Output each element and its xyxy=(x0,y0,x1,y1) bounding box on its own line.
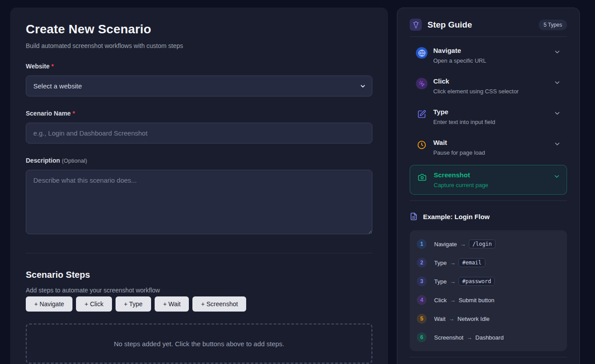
website-select[interactable]: Select a website xyxy=(26,76,372,96)
example-step-row: 4 Click→Submit button xyxy=(417,293,560,307)
example-steps-card: 1 Navigate→/login 2 Type→#email 3 Type→#… xyxy=(410,230,567,351)
step-target: Submit button xyxy=(459,297,494,304)
example-step-row: 2 Type→#email xyxy=(417,256,560,270)
guide-item-title: Type xyxy=(433,108,554,116)
step-target: Network Idle xyxy=(458,316,490,322)
required-asterisk: * xyxy=(72,110,75,117)
step-target-code: #password xyxy=(459,277,495,286)
description-textarea[interactable] xyxy=(26,170,372,234)
guide-items-list: Navigate Open a specific URL Click Click… xyxy=(410,42,567,195)
optional-tag: (Optional) xyxy=(62,157,87,164)
scenario-name-label-text: Scenario Name xyxy=(26,110,71,117)
step-buttons-row: + Navigate + Click + Type + Wait + Scree… xyxy=(26,296,372,312)
empty-steps-message: No steps added yet. Click the buttons ab… xyxy=(114,340,284,348)
example-divider xyxy=(410,200,567,201)
step-action: Type xyxy=(434,260,447,266)
step-guide-title: Step Guide xyxy=(427,20,539,30)
guide-item-description: Pause for page load xyxy=(433,149,554,156)
scenario-steps-subtitle: Add steps to automate your screenshot wo… xyxy=(26,287,372,294)
empty-steps-placeholder: No steps added yet. Click the buttons ab… xyxy=(26,324,372,364)
website-label: Website* xyxy=(26,63,372,70)
scenario-name-input[interactable] xyxy=(26,123,372,144)
guide-item-description: Capture current page xyxy=(434,182,553,188)
guide-item-title: Click xyxy=(433,77,554,85)
step-action: Click xyxy=(434,297,447,304)
chevron-down-icon[interactable] xyxy=(553,173,560,180)
arrow-glyph: → xyxy=(467,334,472,341)
arrow-glyph: → xyxy=(460,241,466,248)
guide-item-description: Enter text into input field xyxy=(433,119,554,125)
step-number-badge: 2 xyxy=(417,258,427,268)
step-target: Dashboard xyxy=(475,334,504,341)
clock-icon xyxy=(416,139,427,151)
step-action: Wait xyxy=(434,316,446,322)
website-label-text: Website xyxy=(26,63,49,70)
page-title: Create New Scenario xyxy=(26,22,372,36)
add-wait-button[interactable]: + Wait xyxy=(155,296,189,312)
step-number-badge: 4 xyxy=(417,295,427,305)
guide-item-description: Click element using CSS selector xyxy=(433,88,554,95)
step-action: Navigate xyxy=(434,241,457,248)
scenario-steps-title: Scenario Steps xyxy=(26,270,372,280)
guide-item-title: Wait xyxy=(433,139,554,146)
step-target-code: /login xyxy=(469,240,495,248)
scenario-name-label: Scenario Name* xyxy=(26,110,372,117)
chevron-down-icon[interactable] xyxy=(554,140,561,148)
add-navigate-button[interactable]: + Navigate xyxy=(26,296,72,312)
add-click-button[interactable]: + Click xyxy=(76,296,112,312)
step-number-badge: 1 xyxy=(417,239,427,249)
guide-item-title: Screenshot xyxy=(434,171,553,179)
page-subtitle: Build automated screenshot workflows wit… xyxy=(26,42,372,49)
arrow-glyph: → xyxy=(449,316,455,322)
add-type-button[interactable]: + Type xyxy=(116,296,151,312)
description-label: Description(Optional) xyxy=(26,157,372,164)
example-step-row: 1 Navigate→/login xyxy=(417,237,560,251)
description-label-text: Description xyxy=(26,157,60,164)
guide-item-click[interactable]: Click Click element using CSS selector xyxy=(410,73,567,99)
example-step-row: 5 Wait→Network Idle xyxy=(417,312,560,326)
required-asterisk: * xyxy=(51,63,53,70)
example-step-row: 6 Screenshot→Dashboard xyxy=(417,330,560,344)
arrow-glyph: → xyxy=(450,297,455,304)
step-number-badge: 3 xyxy=(417,276,427,286)
example-step-row: 3 Type→#password xyxy=(417,274,560,288)
step-guide-panel: Step Guide 5 Types Navigate Open a speci… xyxy=(397,8,580,364)
step-guide-header: Step Guide 5 Types xyxy=(410,19,567,31)
guide-item-screenshot[interactable]: Screenshot Capture current page xyxy=(410,165,567,195)
form-divider xyxy=(26,253,372,253)
guide-item-type[interactable]: Type Enter text into input field xyxy=(410,104,567,130)
pencil-square-icon xyxy=(416,108,427,120)
step-action: Type xyxy=(434,278,447,285)
chevron-down-icon[interactable] xyxy=(554,48,561,56)
chevron-down-icon[interactable] xyxy=(554,79,561,86)
example-title: Example: Login Flow xyxy=(423,213,490,220)
camera-icon xyxy=(416,172,428,183)
step-number-badge: 6 xyxy=(417,332,427,342)
cursor-click-icon xyxy=(416,78,427,89)
step-number-badge: 5 xyxy=(417,314,427,324)
chevron-down-icon[interactable] xyxy=(554,110,561,117)
guide-divider xyxy=(410,36,567,37)
document-icon xyxy=(410,212,418,220)
create-scenario-panel: Create New Scenario Build automated scre… xyxy=(10,8,388,364)
step-action: Screenshot xyxy=(434,334,463,341)
guide-item-title: Navigate xyxy=(433,47,554,54)
types-count-badge: 5 Types xyxy=(539,20,567,30)
guide-item-wait[interactable]: Wait Pause for page load xyxy=(410,134,567,160)
pro-tips-divider xyxy=(410,357,567,357)
example-header: Example: Login Flow xyxy=(410,212,567,220)
arrow-glyph: → xyxy=(450,278,455,285)
step-target-code: #email xyxy=(459,258,485,267)
guide-item-description: Open a specific URL xyxy=(433,57,554,64)
arrow-glyph: → xyxy=(450,260,455,266)
guide-item-navigate[interactable]: Navigate Open a specific URL xyxy=(410,42,567,68)
add-screenshot-button[interactable]: + Screenshot xyxy=(192,296,246,312)
lightbulb-icon xyxy=(410,19,422,31)
globe-icon xyxy=(416,47,427,59)
